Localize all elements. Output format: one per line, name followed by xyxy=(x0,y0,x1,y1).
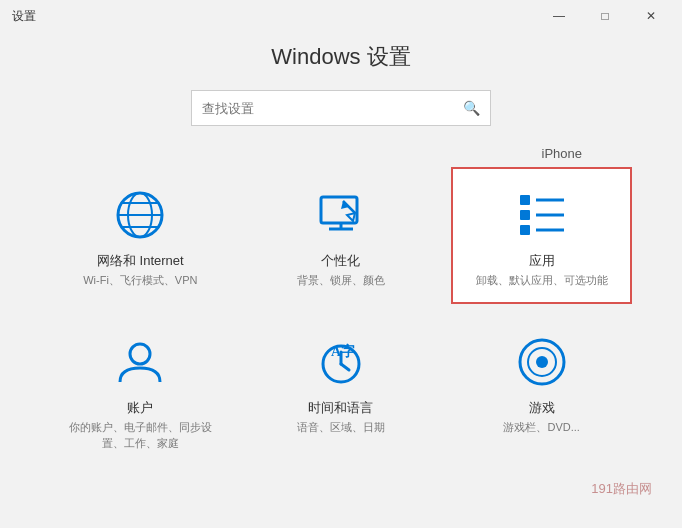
setting-item-accounts[interactable]: 账户 你的账户、电子邮件、同步设置、工作、家庭 xyxy=(50,314,231,467)
minimize-button[interactable]: — xyxy=(536,0,582,32)
apps-icon xyxy=(512,187,572,242)
svg-point-24 xyxy=(536,356,548,368)
maximize-button[interactable]: □ xyxy=(582,0,628,32)
svg-rect-13 xyxy=(520,225,530,235)
svg-line-20 xyxy=(341,364,349,370)
svg-rect-11 xyxy=(520,195,530,205)
settings-grid: 网络和 Internet Wi-Fi、飞行模式、VPN 个性化 背景、锁屏、颜色 xyxy=(40,167,642,467)
main-content: Windows 设置 🔍 iPhone 网络和 Internet Wi xyxy=(0,32,682,487)
datetime-label: 时间和语言 xyxy=(308,399,373,417)
network-icon xyxy=(110,187,170,242)
setting-item-gaming[interactable]: 游戏 游戏栏、DVD... xyxy=(451,314,632,467)
svg-text:A字: A字 xyxy=(331,343,355,359)
window-controls: — □ ✕ xyxy=(536,0,674,32)
search-wrapper: 🔍 xyxy=(40,90,642,126)
title-bar: 设置 — □ ✕ xyxy=(0,0,682,32)
search-box: 🔍 xyxy=(191,90,491,126)
personalization-sublabel: 背景、锁屏、颜色 xyxy=(297,273,385,288)
page-title: Windows 设置 xyxy=(40,42,642,72)
setting-item-personalization[interactable]: 个性化 背景、锁屏、颜色 xyxy=(251,167,432,304)
close-button[interactable]: ✕ xyxy=(628,0,674,32)
setting-item-apps[interactable]: 应用 卸载、默认应用、可选功能 xyxy=(451,167,632,304)
iphone-label: iPhone xyxy=(542,146,582,161)
gaming-sublabel: 游戏栏、DVD... xyxy=(503,420,579,435)
network-sublabel: Wi-Fi、飞行模式、VPN xyxy=(83,273,197,288)
search-input[interactable] xyxy=(202,101,463,116)
apps-sublabel: 卸载、默认应用、可选功能 xyxy=(476,273,608,288)
datetime-sublabel: 语音、区域、日期 xyxy=(297,420,385,435)
search-icon: 🔍 xyxy=(463,100,480,116)
setting-item-datetime[interactable]: A字 时间和语言 语音、区域、日期 xyxy=(251,314,432,467)
svg-point-17 xyxy=(130,344,150,364)
svg-marker-10 xyxy=(347,213,355,221)
apps-label: 应用 xyxy=(529,252,555,270)
personalization-icon xyxy=(311,187,371,242)
svg-rect-12 xyxy=(520,210,530,220)
accounts-sublabel: 你的账户、电子邮件、同步设置、工作、家庭 xyxy=(62,420,219,451)
window-title: 设置 xyxy=(12,8,36,25)
accounts-label: 账户 xyxy=(127,399,153,417)
gaming-icon xyxy=(512,334,572,389)
gaming-label: 游戏 xyxy=(529,399,555,417)
datetime-icon: A字 xyxy=(311,334,371,389)
network-label: 网络和 Internet xyxy=(97,252,184,270)
personalization-label: 个性化 xyxy=(321,252,360,270)
accounts-icon xyxy=(110,334,170,389)
iphone-label-row: iPhone xyxy=(40,146,642,161)
setting-item-network[interactable]: 网络和 Internet Wi-Fi、飞行模式、VPN xyxy=(50,167,231,304)
